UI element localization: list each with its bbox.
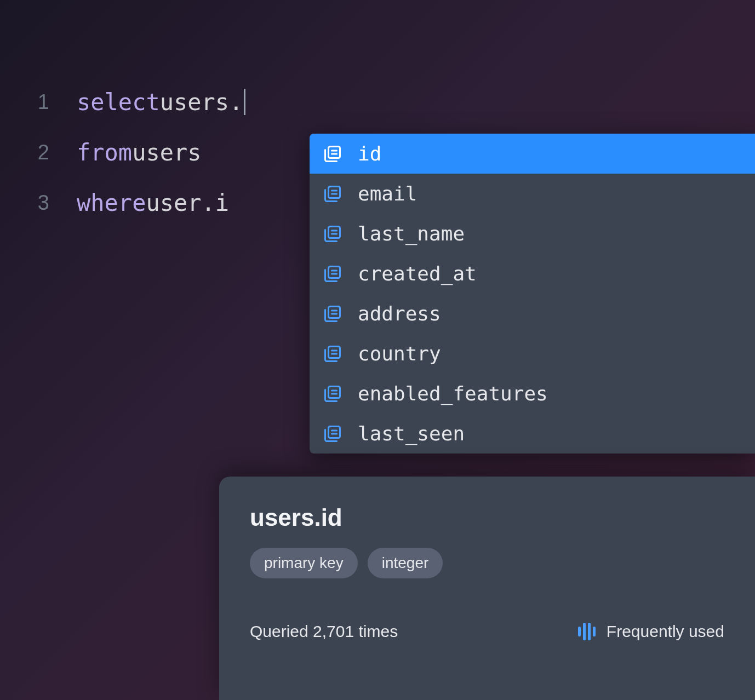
svg-rect-18 — [329, 386, 340, 398]
svg-rect-3 — [329, 186, 340, 198]
code-content: where user.i — [77, 190, 229, 216]
code-content: select users. — [77, 89, 245, 116]
autocomplete-label: country — [358, 342, 441, 365]
autocomplete-item-id[interactable]: id — [310, 134, 755, 174]
frequency-indicator: Frequently used — [578, 622, 724, 641]
keyword-where: where — [77, 190, 146, 216]
field-icon — [323, 344, 342, 364]
text-cursor — [244, 89, 245, 115]
code-content: from users — [77, 139, 202, 166]
line-number: 1 — [33, 90, 77, 114]
identifier: user.i — [146, 190, 229, 216]
autocomplete-label: email — [358, 182, 417, 205]
badge-type: integer — [368, 548, 443, 578]
autocomplete-label: last_name — [358, 222, 465, 245]
autocomplete-item-enabled_features[interactable]: enabled_features — [310, 374, 755, 414]
svg-rect-15 — [329, 346, 340, 358]
field-icon — [323, 304, 342, 324]
field-icon — [323, 144, 342, 164]
identifier: users. — [160, 89, 243, 116]
badge-primary-key: primary key — [250, 548, 358, 578]
field-icon — [323, 224, 342, 244]
autocomplete-item-email[interactable]: email — [310, 174, 755, 214]
autocomplete-item-last_name[interactable]: last_name — [310, 214, 755, 254]
field-icon — [323, 184, 342, 204]
detail-title: users.id — [250, 504, 724, 531]
svg-rect-21 — [329, 426, 340, 438]
svg-rect-9 — [329, 266, 340, 278]
detail-badges: primary key integer — [250, 548, 724, 578]
svg-rect-0 — [329, 146, 340, 158]
field-icon — [323, 264, 342, 284]
field-icon — [323, 424, 342, 444]
keyword-select: select — [77, 89, 160, 116]
svg-rect-6 — [329, 226, 340, 238]
field-icon — [323, 384, 342, 404]
identifier: users — [132, 139, 201, 166]
autocomplete-popup: id email last_name created_at address co… — [310, 134, 755, 454]
svg-rect-12 — [329, 306, 340, 318]
autocomplete-label: id — [358, 142, 381, 165]
autocomplete-label: address — [358, 302, 441, 325]
keyword-from: from — [77, 139, 132, 166]
autocomplete-item-address[interactable]: address — [310, 294, 755, 334]
frequency-label: Frequently used — [607, 622, 724, 641]
autocomplete-item-country[interactable]: country — [310, 334, 755, 374]
autocomplete-item-last_seen[interactable]: last_seen — [310, 414, 755, 454]
autocomplete-item-created_at[interactable]: created_at — [310, 254, 755, 294]
autocomplete-label: enabled_features — [358, 382, 548, 405]
bars-icon — [578, 623, 596, 640]
line-number: 3 — [33, 191, 77, 215]
autocomplete-label: last_seen — [358, 422, 465, 445]
column-detail-panel: users.id primary key integer Queried 2,7… — [219, 477, 755, 700]
autocomplete-label: created_at — [358, 262, 477, 285]
query-count: Queried 2,701 times — [250, 622, 398, 641]
line-number: 2 — [33, 141, 77, 164]
detail-footer: Queried 2,701 times Frequently used — [250, 622, 724, 641]
code-line-1: 1 select users. — [33, 77, 755, 127]
